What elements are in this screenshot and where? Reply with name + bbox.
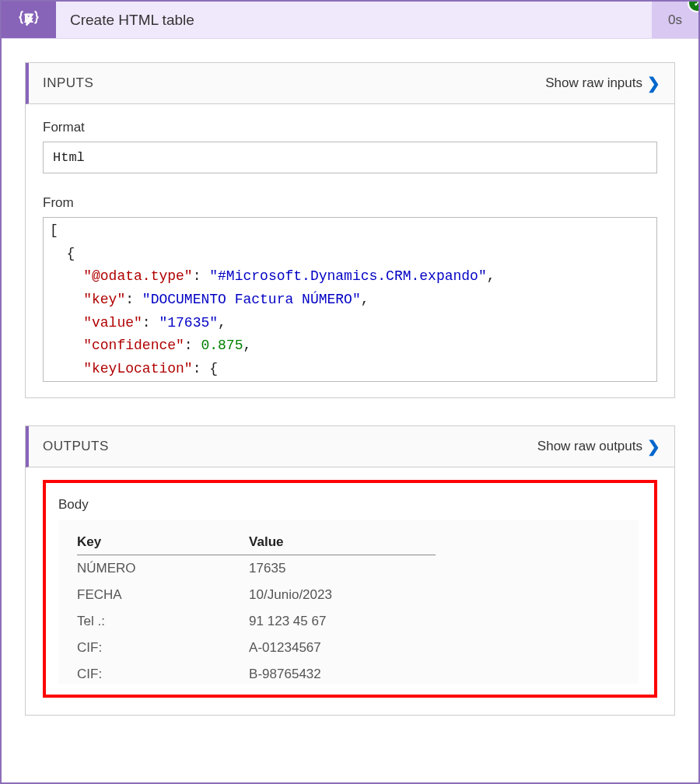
cell-value: B-98765432: [249, 661, 436, 684]
outputs-card: OUTPUTS Show raw outputs ❯ Body Key Valu…: [25, 425, 675, 716]
show-raw-inputs-link[interactable]: Show raw inputs ❯: [545, 74, 660, 93]
chevron-right-icon: ❯: [647, 74, 660, 93]
action-title: Create HTML table: [56, 2, 652, 38]
cell-value: 10/Junio/2023: [249, 582, 436, 608]
cell-key: CIF:: [77, 661, 249, 684]
body-label: Body: [58, 497, 639, 513]
inputs-card: INPUTS Show raw inputs ❯ Format Html Fro…: [25, 62, 675, 398]
col-key-header: Key: [77, 528, 249, 555]
cell-value: 17635: [249, 555, 436, 583]
cell-key: FECHA: [77, 582, 249, 608]
format-label: Format: [43, 120, 657, 135]
outputs-header: OUTPUTS Show raw outputs ❯: [26, 426, 674, 467]
action-header: Create HTML table 0s: [2, 2, 698, 39]
cell-key: CIF:: [77, 635, 249, 661]
result-table: Key Value NÚMERO17635FECHA10/Junio/2023T…: [77, 528, 436, 684]
from-label: From: [43, 195, 657, 211]
filter-braces-icon: [17, 9, 40, 32]
cell-value: 91 123 45 67: [249, 608, 436, 635]
body-table-scroll[interactable]: Key Value NÚMERO17635FECHA10/Junio/2023T…: [58, 520, 639, 684]
highlighted-result: Body Key Value NÚMERO17635FECHA10/Junio/…: [43, 480, 657, 698]
inputs-header: INPUTS Show raw inputs ❯: [26, 63, 674, 104]
cell-key: NÚMERO: [77, 555, 249, 583]
table-row: FECHA10/Junio/2023: [77, 582, 436, 608]
show-raw-outputs-label: Show raw outputs: [537, 439, 642, 454]
outputs-title: OUTPUTS: [43, 439, 109, 454]
show-raw-inputs-label: Show raw inputs: [545, 75, 642, 91]
table-row: NÚMERO17635: [77, 555, 436, 583]
cell-value: A-01234567: [249, 635, 436, 661]
format-value: Html: [43, 142, 657, 173]
cell-key: Tel .:: [77, 608, 249, 635]
table-row: CIF:B-98765432: [77, 661, 436, 684]
action-icon: [2, 2, 56, 38]
col-value-header: Value: [249, 528, 436, 555]
show-raw-outputs-link[interactable]: Show raw outputs ❯: [537, 437, 660, 456]
table-row: CIF:A-01234567: [77, 635, 436, 661]
from-json-viewer[interactable]: [ { "@odata.type": "#Microsoft.Dynamics.…: [43, 217, 657, 382]
inputs-title: INPUTS: [43, 75, 93, 91]
chevron-right-icon: ❯: [647, 437, 660, 456]
table-row: Tel .:91 123 45 67: [77, 608, 436, 635]
